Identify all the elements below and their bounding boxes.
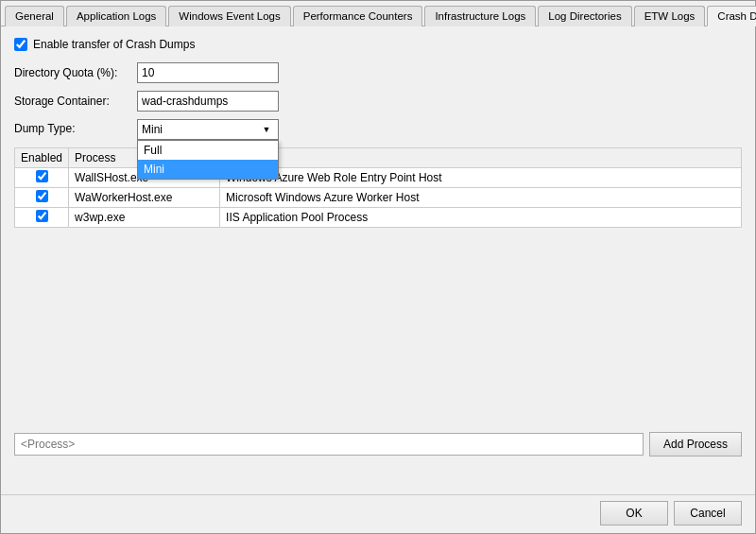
tab-content: Enable transfer of Crash Dumps Directory… [1,26,755,494]
row2-name-cell: Microsoft Windows Azure Worker Host [220,188,742,208]
row2-process-cell: WaWorkerHost.exe [69,188,220,208]
dialog-container: General Application Logs Windows Event L… [0,0,756,534]
storage-container-row: Storage Container: [14,91,742,112]
dump-type-row: Dump Type: Mini ▼ Full Mini [14,119,742,140]
dump-type-selected-value: Mini [142,123,163,136]
tab-win-event[interactable]: Windows Event Logs [168,6,290,26]
dump-type-option-mini[interactable]: Mini [138,160,278,179]
tab-log-dirs[interactable]: Log Directories [538,6,631,26]
directory-quota-row: Directory Quota (%): [14,62,742,83]
process-table-section: Enabled Process Name WallSHost.exe Windo… [14,147,742,228]
tab-perf-counters[interactable]: Performance Counters [293,6,423,26]
dump-type-option-full[interactable]: Full [138,141,278,160]
col-header-enabled: Enabled [15,148,69,168]
add-process-button[interactable]: Add Process [649,432,742,456]
storage-container-input[interactable] [137,91,279,112]
row3-enabled-cell [15,208,69,228]
directory-quota-input[interactable] [137,62,279,83]
row1-enabled-cell [15,168,69,188]
ok-button[interactable]: OK [600,501,668,525]
table-row: WallSHost.exe Windows Azure Web Role Ent… [15,168,742,188]
row3-name-cell: IIS Application Pool Process [220,208,742,228]
row3-enabled-checkbox[interactable] [36,210,48,222]
tab-general[interactable]: General [5,6,64,26]
storage-container-label: Storage Container: [14,95,137,108]
table-row: w3wp.exe IIS Application Pool Process [15,208,742,228]
directory-quota-label: Directory Quota (%): [14,66,137,79]
tab-etw-logs[interactable]: ETW Logs [634,6,706,26]
enable-transfer-row: Enable transfer of Crash Dumps [14,38,742,51]
cancel-button[interactable]: Cancel [674,501,742,525]
row1-enabled-checkbox[interactable] [36,170,48,182]
tab-infra-logs[interactable]: Infrastructure Logs [424,6,536,26]
tab-app-logs[interactable]: Application Logs [66,6,166,26]
dump-type-dropdown-container: Mini ▼ Full Mini [137,119,279,140]
dump-type-dropdown-list: Full Mini [137,140,279,180]
enable-transfer-checkbox[interactable] [14,38,27,51]
dropdown-arrow-icon: ▼ [259,125,274,134]
row3-process-cell: w3wp.exe [69,208,220,228]
dialog-footer: OK Cancel [1,494,755,533]
table-row: WaWorkerHost.exe Microsoft Windows Azure… [15,188,742,208]
col-header-name: Name [220,148,742,168]
process-name-input[interactable] [14,433,644,456]
dump-type-dropdown[interactable]: Mini ▼ [137,119,279,140]
row1-name-cell: Windows Azure Web Role Entry Point Host [220,168,742,188]
row2-enabled-cell [15,188,69,208]
add-process-section: Add Process [14,432,742,456]
process-table: Enabled Process Name WallSHost.exe Windo… [14,147,742,228]
row2-enabled-checkbox[interactable] [36,190,48,202]
enable-transfer-label: Enable transfer of Crash Dumps [33,38,195,51]
dump-type-label: Dump Type: [14,119,137,135]
tab-bar: General Application Logs Windows Event L… [1,1,755,26]
tab-crash-dumps[interactable]: Crash Dumps [707,6,756,26]
